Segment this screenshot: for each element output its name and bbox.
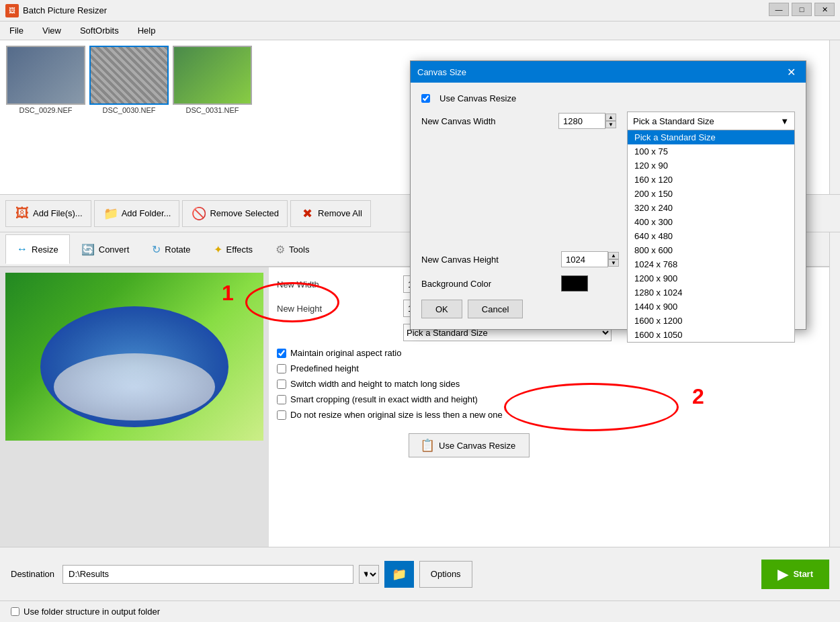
add-files-button[interactable]: 🖼 Add File(s)... <box>5 200 91 227</box>
dropdown-item-11[interactable]: 1280 x 1024 <box>628 285 794 300</box>
dialog-height-label: New Canvas Height <box>421 255 556 265</box>
predefined-height-checkbox[interactable] <box>277 364 286 373</box>
tab-tools[interactable]: ⚙ Tools <box>264 234 321 264</box>
dialog-height-input[interactable] <box>561 251 608 267</box>
dropdown-item-3[interactable]: 160 x 120 <box>628 173 794 187</box>
dropdown-item-9[interactable]: 1024 x 768 <box>628 257 794 271</box>
browse-button[interactable]: 📁 <box>384 561 414 588</box>
maintain-aspect-checkbox[interactable] <box>277 349 286 358</box>
minimize-button[interactable]: — <box>769 3 789 16</box>
dropdown-item-7[interactable]: 640 x 480 <box>628 229 794 243</box>
folder-structure-bar: Use folder structure in output folder <box>0 601 840 622</box>
remove-all-button[interactable]: ✖ Remove All <box>290 200 371 227</box>
tools-tab-icon: ⚙ <box>276 243 285 256</box>
dropdown-item-13[interactable]: 1600 x 1200 <box>628 314 794 328</box>
dropdown-item-1[interactable]: 100 x 75 <box>628 144 794 159</box>
dropdown-item-2[interactable]: 120 x 90 <box>628 159 794 173</box>
dropdown-item-0[interactable]: Pick a Standard Size <box>628 130 794 144</box>
tab-convert[interactable]: 🔄 Convert <box>70 234 141 264</box>
canvas-resize-label: Use Canvas Resize <box>439 441 515 451</box>
menu-view[interactable]: View <box>38 24 65 37</box>
no-resize-checkbox[interactable] <box>277 410 286 420</box>
start-button[interactable]: ▶ Start <box>761 560 829 589</box>
tab-effects[interactable]: ✦ Effects <box>202 234 265 264</box>
dialog-bgcolor-label: Background Color <box>421 279 556 289</box>
rotate-tab-icon: ↻ <box>152 243 161 256</box>
destination-dropdown[interactable]: ▼ <box>359 565 379 584</box>
titlebar: 🖼 Batch Picture Resizer — □ ✕ <box>0 0 840 21</box>
tools-tab-label: Tools <box>289 245 309 255</box>
dialog-width-input[interactable] <box>558 113 605 129</box>
start-icon: ▶ <box>778 566 788 582</box>
std-size-dropdown-button[interactable]: Pick a Standard Size ▼ <box>627 112 795 130</box>
folder-structure-label: Use folder structure in output folder <box>24 607 160 617</box>
add-folder-button[interactable]: 📁 Add Folder... <box>94 200 180 227</box>
dropdown-item-4[interactable]: 200 x 150 <box>628 187 794 201</box>
dialog-width-input-group: ▲ ▼ <box>558 113 616 129</box>
convert-tab-icon: 🔄 <box>81 243 95 256</box>
add-files-icon: 🖼 <box>14 206 30 222</box>
options-button[interactable]: Options <box>419 561 472 588</box>
switch-sides-label: Switch width and height to match long si… <box>290 379 460 389</box>
dialog-width-label: New Canvas Width <box>421 116 553 126</box>
dropdown-item-10[interactable]: 1200 x 900 <box>628 271 794 285</box>
tab-rotate[interactable]: ↻ Rotate <box>140 234 202 264</box>
dialog-height-up[interactable]: ▲ <box>608 252 619 259</box>
thumbnail-image-2 <box>89 46 169 105</box>
dialog-width-down[interactable]: ▼ <box>605 121 616 128</box>
destination-input[interactable] <box>62 565 353 584</box>
canvas-resize-button[interactable]: 📋 Use Canvas Resize <box>409 433 530 457</box>
dialog-width-up[interactable]: ▲ <box>605 114 616 121</box>
remove-selected-button[interactable]: 🚫 Remove Selected <box>182 200 288 227</box>
dialog-cancel-button[interactable]: Cancel <box>468 300 523 318</box>
dialog-titlebar: Canvas Size ✕ <box>411 61 806 83</box>
thumbnail-label-2: DSC_0030.NEF <box>103 106 156 114</box>
menu-help[interactable]: Help <box>134 24 160 37</box>
dialog-height-down[interactable]: ▼ <box>608 259 619 267</box>
dialog-close-button[interactable]: ✕ <box>783 64 799 80</box>
dialog-height-input-group: ▲ ▼ <box>561 251 619 267</box>
close-button[interactable]: ✕ <box>814 3 835 16</box>
dropdown-item-12[interactable]: 1440 x 900 <box>628 300 794 314</box>
maximize-button[interactable]: □ <box>792 3 812 16</box>
main-scrollbar[interactable] <box>829 232 840 547</box>
add-folder-icon: 📁 <box>103 206 119 222</box>
dialog-bgcolor-swatch[interactable] <box>561 275 588 292</box>
dropdown-item-14[interactable]: 1600 x 1050 <box>628 328 794 342</box>
switch-sides-checkbox[interactable] <box>277 380 286 389</box>
menu-file[interactable]: File <box>5 24 28 37</box>
dropdown-item-5[interactable]: 320 x 240 <box>628 201 794 215</box>
app-title: Batch Picture Resizer <box>23 5 835 15</box>
thumbnail-item-3[interactable]: DSC_0031.NEF <box>172 46 253 114</box>
thumbnail-label-1: DSC_0029.NEF <box>19 106 73 114</box>
dialog-ok-button[interactable]: OK <box>421 300 462 318</box>
dropdown-item-8[interactable]: 800 x 600 <box>628 243 794 257</box>
canvas-resize-row: 📋 Use Canvas Resize <box>277 433 821 457</box>
predefined-height-row: Predefined height <box>277 363 821 373</box>
thumbnail-scrollbar[interactable] <box>829 40 840 194</box>
new-height-label: New Height <box>277 304 398 314</box>
dialog-use-canvas-checkbox[interactable] <box>421 94 430 103</box>
add-folder-label: Add Folder... <box>122 208 171 218</box>
tab-resize[interactable]: ↔ Resize <box>5 234 70 264</box>
thumbnail-item-2[interactable]: DSC_0030.NEF <box>89 46 169 114</box>
folder-structure-checkbox[interactable] <box>11 607 19 616</box>
switch-sides-row: Switch width and height to match long si… <box>277 379 821 389</box>
thumbnail-item-1[interactable]: DSC_0029.NEF <box>5 46 86 114</box>
dialog-use-canvas-row: Use Canvas Resize <box>421 93 795 103</box>
canvas-size-dialog: Canvas Size ✕ Use Canvas Resize New Canv… <box>410 60 806 330</box>
effects-tab-icon: ✦ <box>214 243 222 256</box>
smart-crop-label: Smart cropping (result in exact width an… <box>290 394 478 404</box>
thumbnail-label-3: DSC_0031.NEF <box>186 106 239 114</box>
smart-crop-checkbox[interactable] <box>277 395 286 404</box>
thumbnail-image-1 <box>6 46 85 105</box>
dialog-use-canvas-label: Use Canvas Resize <box>439 93 516 103</box>
smart-crop-row: Smart cropping (result in exact width an… <box>277 394 821 404</box>
dropdown-item-6[interactable]: 400 x 300 <box>628 215 794 229</box>
dialog-content: Use Canvas Resize New Canvas Width ▲ ▼ P… <box>411 83 806 329</box>
remove-all-icon: ✖ <box>299 206 315 222</box>
convert-tab-label: Convert <box>99 245 130 255</box>
menu-softorbits[interactable]: SoftOrbits <box>76 24 123 37</box>
start-label: Start <box>793 569 813 579</box>
dialog-width-spinner: ▲ ▼ <box>605 114 616 128</box>
